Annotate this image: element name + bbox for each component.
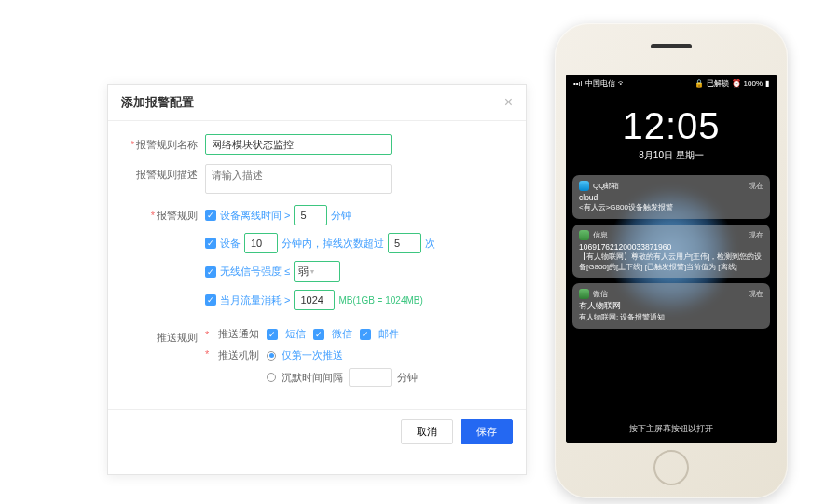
lock-clock: 12:05 8月10日 星期一 (566, 105, 777, 162)
notification-sms[interactable]: 信息现在 106917621200033871960 【有人物联网】尊敬的有人云… (572, 225, 770, 279)
drop-label: 设备 (220, 237, 241, 251)
traffic-unit: MB(1GB = 1024MB) (338, 295, 422, 306)
rule-desc-input[interactable] (205, 164, 392, 194)
drop-unit: 次 (425, 237, 435, 251)
offline-unit: 分钟 (331, 209, 351, 223)
label-rule-config: *报警规则 (125, 205, 198, 223)
check-email[interactable]: ✓ (360, 329, 371, 340)
traffic-label: 当月流量消耗 > (220, 293, 290, 307)
cancel-button[interactable]: 取消 (401, 419, 453, 444)
drop-times-input[interactable] (388, 233, 421, 253)
alarm-icon: ⏰ (732, 79, 741, 88)
signal-icon: ••ıl (573, 79, 583, 88)
status-bar: ••ıl中国电信ᯤ 🔒已解锁⏰100%▮ (566, 75, 777, 92)
modal-footer: 取消 保存 (108, 409, 526, 454)
phone-screen: ••ıl中国电信ᯤ 🔒已解锁⏰100%▮ 12:05 8月10日 星期一 QQ邮… (566, 75, 777, 443)
qqmail-icon (579, 181, 589, 191)
check-sms[interactable]: ✓ (267, 329, 278, 340)
offline-value-input[interactable] (294, 205, 327, 225)
check-drop[interactable]: ✓ (205, 238, 216, 249)
drop-mid-label: 分钟内，掉线次数超过 (282, 237, 384, 251)
silence-interval-input[interactable] (349, 368, 392, 387)
signal-select[interactable]: 弱▾ (294, 261, 340, 282)
chevron-down-icon: ▾ (310, 267, 314, 276)
sms-icon (579, 230, 589, 240)
unlock-hint: 按下主屏幕按钮以打开 (566, 423, 777, 435)
label-push-rule: 推送规则 (125, 327, 198, 345)
save-button[interactable]: 保存 (461, 419, 513, 444)
label-rule-desc: 报警规则描述 (125, 164, 198, 182)
wifi-icon: ᯤ (618, 79, 626, 88)
clock-date: 8月10日 星期一 (566, 149, 777, 162)
check-offline[interactable]: ✓ (205, 210, 216, 221)
wechat-icon (579, 289, 589, 299)
alarm-config-modal: 添加报警配置 × *报警规则名称 报警规则描述 *报警规则 ✓ 设备离线时间 > (107, 84, 527, 475)
traffic-value-input[interactable] (294, 290, 335, 310)
rule-name-input[interactable] (205, 134, 392, 155)
notification-wechat[interactable]: 微信现在 有人物联网 有人物联网: 设备报警通知 (572, 283, 770, 329)
clock-time: 12:05 (566, 105, 777, 147)
radio-once[interactable] (267, 351, 276, 361)
signal-label: 无线信号强度 ≤ (220, 265, 290, 279)
phone-mockup: ••ıl中国电信ᯤ 🔒已解锁⏰100%▮ 12:05 8月10日 星期一 QQ邮… (555, 23, 788, 498)
close-icon[interactable]: × (504, 94, 513, 111)
push-notify-label: 推送通知 (218, 327, 259, 341)
battery-icon: ▮ (765, 79, 769, 88)
label-rule-name: *报警规则名称 (125, 134, 198, 152)
check-traffic[interactable]: ✓ (205, 294, 216, 306)
check-signal[interactable]: ✓ (205, 266, 216, 278)
push-mech-label: 推送机制 (218, 348, 259, 362)
notification-qqmail[interactable]: QQ邮箱现在 cloud <有人云>G800设备触发报警 (572, 175, 770, 219)
radio-silence[interactable] (267, 373, 276, 382)
check-wechat[interactable]: ✓ (313, 329, 324, 340)
drop-minutes-input[interactable] (244, 233, 278, 253)
offline-label: 设备离线时间 > (220, 209, 290, 223)
modal-header: 添加报警配置 × (108, 85, 526, 121)
modal-title: 添加报警配置 (121, 94, 194, 111)
lock-icon: 🔒 (695, 79, 704, 88)
